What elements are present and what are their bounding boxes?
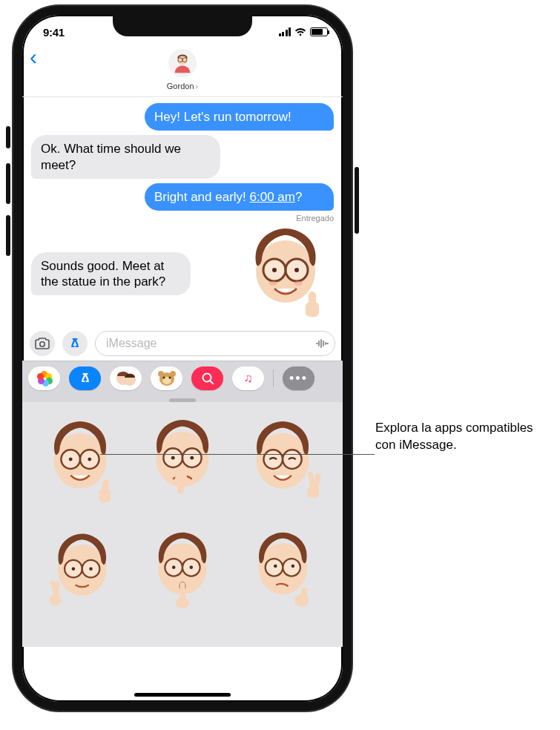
app-photos[interactable] <box>28 366 60 390</box>
svg-rect-65 <box>302 588 307 599</box>
notch <box>113 14 252 36</box>
sticker-peace[interactable] <box>237 412 332 516</box>
back-button[interactable]: ‹ <box>30 45 37 70</box>
svg-rect-36 <box>177 481 184 495</box>
message-input[interactable]: iMessage <box>95 331 335 356</box>
svg-point-38 <box>263 450 283 469</box>
sticker-shush[interactable] <box>135 527 230 614</box>
status-icons <box>279 27 329 36</box>
svg-point-63 <box>291 565 295 568</box>
wifi-icon <box>294 27 306 36</box>
svg-rect-12 <box>309 292 316 306</box>
svg-point-13 <box>40 342 45 346</box>
audio-message-button[interactable] <box>312 334 332 353</box>
message-out[interactable]: Bright and early! 6:00 am? <box>145 183 334 211</box>
svg-rect-58 <box>176 599 189 608</box>
svg-point-33 <box>171 456 175 460</box>
contact-avatar[interactable] <box>168 49 197 77</box>
drawer-grabber[interactable] <box>169 398 196 402</box>
svg-point-61 <box>283 559 300 576</box>
svg-point-46 <box>72 567 76 570</box>
sticker-panel[interactable] <box>22 402 343 647</box>
app-drawer-toggle[interactable] <box>62 331 88 356</box>
app-store[interactable] <box>69 366 101 390</box>
delivered-status: Entregado <box>31 214 334 223</box>
app-music[interactable]: ♫ <box>232 366 264 390</box>
chevron-right-icon: › <box>196 82 199 91</box>
svg-point-20 <box>162 377 165 379</box>
svg-point-55 <box>190 566 194 570</box>
music-icon: ♫ <box>244 372 253 385</box>
silence-switch <box>6 126 10 148</box>
memoji-sticker-thumbs-up[interactable] <box>237 226 334 322</box>
svg-point-7 <box>272 268 277 272</box>
camera-icon <box>35 338 50 349</box>
sticker-fingers-crossed[interactable] <box>33 527 128 614</box>
svg-point-26 <box>69 458 73 461</box>
conversation-header: ‹ Gordon › <box>22 49 343 97</box>
contact-name[interactable]: Gordon › <box>167 82 198 91</box>
power-button <box>355 167 359 234</box>
svg-point-18 <box>158 371 164 377</box>
cellular-icon <box>279 27 291 36</box>
more-icon: ••• <box>289 371 308 387</box>
message-text: ? <box>295 190 302 204</box>
sticker-thumbs-up[interactable] <box>33 412 128 516</box>
svg-point-34 <box>190 456 194 460</box>
svg-point-8 <box>294 268 299 272</box>
app-store-icon <box>78 371 93 386</box>
time-link[interactable]: 6:00 am <box>250 190 295 204</box>
waveform-icon <box>314 336 329 351</box>
message-in[interactable]: Sounds good. Meet at the statue in the p… <box>31 252 191 296</box>
app-memoji[interactable] <box>110 366 142 390</box>
conversation[interactable]: Hey! Let's run tomorrow! Ok. What time s… <box>22 97 343 328</box>
message-in[interactable]: Ok. What time should we meet? <box>31 135 220 179</box>
svg-point-62 <box>274 565 277 568</box>
svg-point-47 <box>89 567 93 570</box>
svg-point-9 <box>269 281 277 286</box>
memoji-icon <box>115 369 137 387</box>
app-images-search[interactable] <box>191 366 223 390</box>
callout-text: Explora la apps compatibles con iMessage… <box>375 420 550 454</box>
animoji-icon <box>157 369 177 387</box>
volume-down <box>6 215 10 256</box>
imessage-app-strip: ♫ ••• <box>22 361 343 402</box>
battery-icon <box>310 27 328 36</box>
app-animoji[interactable] <box>151 366 182 390</box>
phone-frame: 9:41 ‹ Gordon › <box>13 6 352 711</box>
app-more[interactable]: ••• <box>283 366 314 390</box>
app-store-icon <box>67 336 82 351</box>
callout-leader-line <box>100 454 375 455</box>
svg-point-19 <box>170 371 176 377</box>
sticker-thumbs-down[interactable] <box>135 412 230 516</box>
camera-button[interactable] <box>30 331 55 356</box>
volume-up <box>6 163 10 204</box>
sticker-thinking[interactable] <box>237 527 332 614</box>
message-placeholder: iMessage <box>106 337 157 350</box>
message-out[interactable]: Hey! Let's run tomorrow! <box>145 103 334 131</box>
message-text: Bright and early! <box>154 190 250 204</box>
svg-point-10 <box>294 281 303 286</box>
svg-rect-29 <box>102 480 109 493</box>
compose-row: iMessage <box>22 328 343 361</box>
search-globe-icon <box>201 372 214 385</box>
photos-icon <box>38 372 51 385</box>
divider <box>273 369 274 387</box>
home-indicator[interactable] <box>134 693 231 697</box>
contact-name-label: Gordon <box>167 82 194 91</box>
svg-point-39 <box>283 450 302 469</box>
svg-point-21 <box>168 377 171 379</box>
svg-point-54 <box>172 566 176 570</box>
svg-point-27 <box>88 458 91 461</box>
svg-point-60 <box>266 559 283 576</box>
status-time: 9:41 <box>43 26 65 39</box>
